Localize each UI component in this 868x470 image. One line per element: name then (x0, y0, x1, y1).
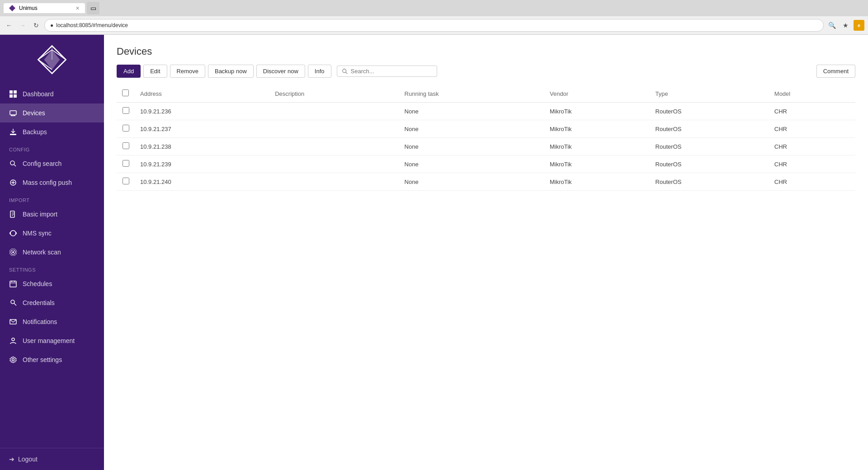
svg-point-15 (10, 161, 14, 165)
search-box (337, 66, 437, 77)
zoom-icon[interactable]: 🔍 (826, 20, 837, 31)
comment-button[interactable]: Comment (816, 65, 855, 78)
sidebar-item-notifications[interactable]: Notifications (0, 312, 104, 331)
new-tab-icon: ▭ (90, 5, 96, 12)
backups-icon (9, 128, 17, 136)
backup-now-button[interactable]: Backup now (208, 65, 254, 78)
cell-description (269, 173, 399, 191)
basic-import-label: Basic import (23, 211, 57, 218)
svg-rect-29 (10, 281, 16, 287)
backups-label: Backups (23, 128, 47, 136)
forward-button[interactable]: → (17, 20, 28, 31)
row-checkbox[interactable] (123, 178, 129, 184)
cell-type: RouterOS (650, 138, 769, 155)
network-scan-label: Network scan (23, 249, 61, 256)
browser-right-icons: 🔍 ★ e (826, 20, 864, 31)
logout-button[interactable]: ➔ Logout (9, 456, 95, 463)
new-tab-button[interactable]: ▭ (87, 2, 99, 14)
credentials-label: Credentials (23, 299, 55, 306)
back-button[interactable]: ← (4, 20, 14, 31)
sidebar-item-credentials[interactable]: Credentials (0, 293, 104, 312)
cell-running-task: None (399, 103, 544, 120)
mass-config-push-icon (9, 179, 17, 187)
sidebar-item-user-management[interactable]: User management (0, 331, 104, 350)
extension-icon[interactable]: e (854, 20, 864, 31)
cell-model: CHR (769, 138, 855, 155)
cell-running-task: None (399, 155, 544, 173)
sidebar-item-other-settings[interactable]: Other settings (0, 350, 104, 369)
cell-description (269, 155, 399, 173)
cell-model: CHR (769, 103, 855, 120)
address-bar[interactable]: ● localhost:8085/#!menu/device (44, 19, 824, 32)
row-checkbox-cell (117, 138, 135, 155)
devices-label: Devices (23, 109, 45, 117)
svg-rect-8 (9, 94, 13, 98)
cell-type: RouterOS (650, 103, 769, 120)
table-header: Address Description Running task Vendor … (117, 85, 855, 103)
header-row: Address Description Running task Vendor … (117, 85, 855, 103)
row-checkbox[interactable] (123, 107, 129, 114)
cell-type: RouterOS (650, 120, 769, 138)
cell-address: 10.9.21.238 (135, 138, 269, 155)
sidebar: Dashboard Devices Backups CONFIG (0, 35, 104, 470)
table-row: 10.9.21.240 None MikroTik RouterOS CHR (117, 173, 855, 191)
table-row: 10.9.21.238 None MikroTik RouterOS CHR (117, 138, 855, 155)
svg-point-33 (11, 300, 14, 304)
main-content: Devices Add Edit Remove Backup now Disco… (104, 35, 868, 470)
settings-section-label: SETTINGS (0, 262, 104, 274)
lock-icon: ● (50, 22, 53, 28)
svg-marker-24 (16, 232, 17, 235)
browser-toolbar: ← → ↻ ● localhost:8085/#!menu/device 🔍 ★… (0, 16, 868, 34)
cell-vendor: MikroTik (544, 173, 650, 191)
cell-address: 10.9.21.239 (135, 155, 269, 173)
svg-point-38 (342, 69, 346, 72)
browser-tab[interactable]: Unimus ✕ (4, 3, 85, 13)
cell-address: 10.9.21.236 (135, 103, 269, 120)
select-all-checkbox[interactable] (122, 89, 129, 96)
sidebar-item-network-scan[interactable]: Network scan (0, 243, 104, 262)
search-icon (342, 68, 348, 75)
sidebar-logo (0, 35, 104, 85)
tab-favicon (9, 5, 15, 11)
logout-icon: ➔ (9, 456, 14, 463)
notifications-label: Notifications (23, 318, 57, 325)
browser-chrome: Unimus ✕ ▭ ← → ↻ ● localhost:8085/#!menu… (0, 0, 868, 35)
row-checkbox[interactable] (123, 160, 129, 167)
search-input[interactable] (351, 68, 432, 75)
info-button[interactable]: Info (308, 65, 331, 78)
sidebar-item-dashboard[interactable]: Dashboard (0, 85, 104, 103)
sidebar-item-basic-import[interactable]: Basic import (0, 205, 104, 224)
edit-button[interactable]: Edit (143, 65, 167, 78)
cell-description (269, 120, 399, 138)
sidebar-item-mass-config-push[interactable]: Mass config push (0, 173, 104, 192)
config-search-icon (9, 160, 17, 168)
dashboard-icon (9, 90, 17, 98)
cell-running-task: None (399, 173, 544, 191)
bookmark-icon[interactable]: ★ (840, 20, 851, 31)
tab-title: Unimus (19, 5, 38, 11)
sidebar-nav: Dashboard Devices Backups CONFIG (0, 85, 104, 448)
sidebar-item-schedules[interactable]: Schedules (0, 274, 104, 293)
cell-type: RouterOS (650, 173, 769, 191)
config-section-label: CONFIG (0, 141, 104, 154)
cell-vendor: MikroTik (544, 120, 650, 138)
row-checkbox[interactable] (123, 125, 129, 132)
svg-rect-9 (14, 94, 17, 98)
svg-rect-7 (14, 90, 17, 94)
remove-button[interactable]: Remove (170, 65, 205, 78)
reload-button[interactable]: ↻ (31, 20, 42, 31)
sidebar-item-backups[interactable]: Backups (0, 122, 104, 141)
row-checkbox[interactable] (123, 142, 129, 149)
sidebar-item-config-search[interactable]: Config search (0, 154, 104, 173)
page-header: Devices Add Edit Remove Backup now Disco… (104, 35, 868, 85)
tab-close-button[interactable]: ✕ (75, 5, 80, 11)
sidebar-item-devices[interactable]: Devices (0, 103, 104, 122)
cell-vendor: MikroTik (544, 155, 650, 173)
discover-now-button[interactable]: Discover now (256, 65, 305, 78)
cell-address: 10.9.21.240 (135, 173, 269, 191)
config-search-label: Config search (23, 160, 61, 167)
logout-label: Logout (18, 456, 38, 463)
add-button[interactable]: Add (117, 65, 141, 78)
col-type: Type (650, 85, 769, 103)
sidebar-item-nms-sync[interactable]: NMS sync (0, 224, 104, 243)
